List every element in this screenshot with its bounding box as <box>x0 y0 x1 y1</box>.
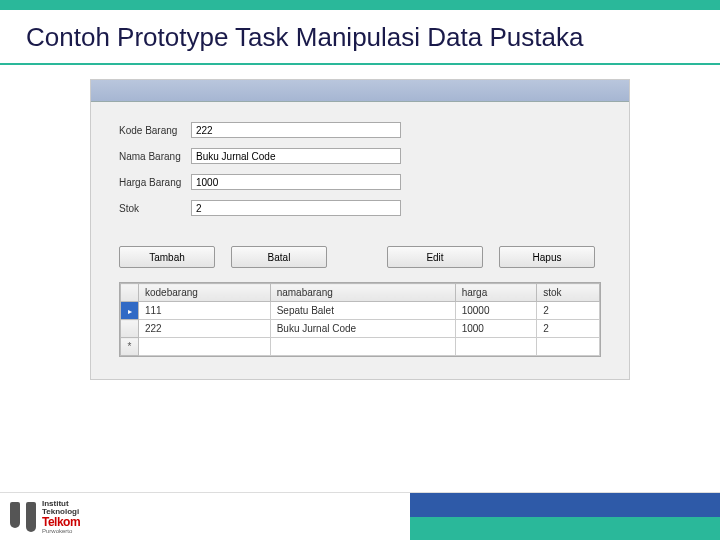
row-indicator-icon <box>121 320 139 338</box>
window-titlebar[interactable] <box>91 80 629 102</box>
table-row[interactable]: 111 Sepatu Balet 10000 2 <box>121 302 600 320</box>
cell-nama[interactable]: Buku Jurnal Code <box>270 320 455 338</box>
institution-logo: Institut Teknologi Telkom Purwokerto <box>0 493 90 540</box>
cell-harga[interactable]: 10000 <box>455 302 537 320</box>
tambah-button[interactable]: Tambah <box>119 246 215 268</box>
table-row[interactable]: 222 Buku Jurnal Code 1000 2 <box>121 320 600 338</box>
cell-harga[interactable]: 1000 <box>455 320 537 338</box>
input-harga-barang[interactable] <box>191 174 401 190</box>
logo-mark-icon <box>10 502 36 532</box>
col-stok[interactable]: stok <box>537 284 600 302</box>
top-accent-bar <box>0 0 720 10</box>
slide-title: Contoh Prototype Task Manipulasi Data Pu… <box>0 10 720 65</box>
data-grid[interactable]: kodebarang namabarang harga stok 111 Sep… <box>119 282 601 357</box>
slide-footer: Institut Teknologi Telkom Purwokerto <box>0 492 720 540</box>
label-kode-barang: Kode Barang <box>119 125 191 136</box>
label-nama-barang: Nama Barang <box>119 151 191 162</box>
logo-line3: Telkom <box>42 516 80 528</box>
row-indicator-icon <box>121 302 139 320</box>
new-row-icon <box>121 338 139 356</box>
label-stok: Stok <box>119 203 191 214</box>
footer-decorative-bars <box>410 493 720 540</box>
input-nama-barang[interactable] <box>191 148 401 164</box>
col-harga[interactable]: harga <box>455 284 537 302</box>
table-new-row[interactable] <box>121 338 600 356</box>
form-panel: Kode Barang Nama Barang Harga Barang Sto… <box>91 102 629 236</box>
cell-kode[interactable]: 222 <box>139 320 271 338</box>
hapus-button[interactable]: Hapus <box>499 246 595 268</box>
cell-nama[interactable]: Sepatu Balet <box>270 302 455 320</box>
col-kodebarang[interactable]: kodebarang <box>139 284 271 302</box>
input-kode-barang[interactable] <box>191 122 401 138</box>
cell-stok[interactable]: 2 <box>537 320 600 338</box>
button-row: Tambah Batal Edit Hapus <box>91 236 629 282</box>
app-window: Kode Barang Nama Barang Harga Barang Sto… <box>90 79 630 380</box>
cell-stok[interactable]: 2 <box>537 302 600 320</box>
input-stok[interactable] <box>191 200 401 216</box>
batal-button[interactable]: Batal <box>231 246 327 268</box>
label-harga-barang: Harga Barang <box>119 177 191 188</box>
grid-corner <box>121 284 139 302</box>
col-namabarang[interactable]: namabarang <box>270 284 455 302</box>
cell-kode[interactable]: 111 <box>139 302 271 320</box>
edit-button[interactable]: Edit <box>387 246 483 268</box>
